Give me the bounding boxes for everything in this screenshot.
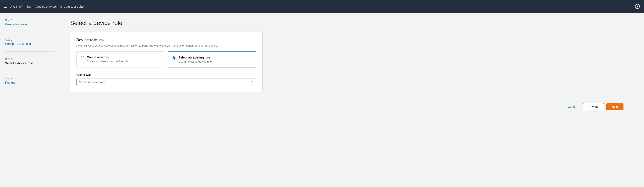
- top-nav: ☰ AWS IoT › Test › Device Advisor › Crea…: [0, 0, 644, 13]
- next-button[interactable]: Next: [606, 103, 624, 110]
- step-2-link[interactable]: Configure test suite: [5, 42, 31, 45]
- device-role-card: Device role Info AWS IoT Core Device Adv…: [70, 32, 262, 92]
- select-existing-role-content: Select an existing role Use an existing …: [178, 56, 212, 63]
- breadcrumb: AWS IoT › Test › Device Advisor › Create…: [10, 5, 84, 8]
- breadcrumb-sep-2: ›: [34, 5, 34, 8]
- select-existing-role-desc: Use an existing device role: [178, 60, 212, 63]
- card-header: Device role Info: [76, 38, 256, 42]
- step-2-item: Step 2 Configure test suite: [5, 38, 54, 45]
- select-existing-role-radio[interactable]: [172, 56, 176, 60]
- step-4-link[interactable]: Review: [5, 81, 15, 84]
- create-new-role-radio[interactable]: [81, 56, 84, 59]
- select-existing-role-card[interactable]: Select an existing role Use an existing …: [168, 51, 256, 67]
- step-1-item: Step 1 Create test suite: [5, 19, 54, 26]
- main-layout: Step 1 Create test suite Step 2 Configur…: [0, 13, 644, 187]
- help-icon[interactable]: ?: [635, 4, 640, 9]
- create-new-role-card[interactable]: Create new role Create and use a new dev…: [76, 51, 164, 67]
- step-1-label: Step 1: [5, 19, 54, 22]
- step-2-label: Step 2: [5, 38, 54, 41]
- create-new-role-content: Create new role Create and use a new dev…: [87, 55, 128, 63]
- breadcrumb-current: Create test suite: [60, 5, 84, 8]
- breadcrumb-test[interactable]: Test: [26, 5, 32, 8]
- step-4-label: Step 4: [5, 77, 54, 80]
- select-role-dropdown[interactable]: Select a device role: [76, 79, 256, 86]
- select-existing-role-title: Select an existing role: [178, 56, 212, 59]
- breadcrumb-device-advisor[interactable]: Device Advisor: [36, 5, 57, 8]
- select-role-section: Select role Select a device role: [76, 73, 256, 86]
- radio-cards-group: Create new role Create and use a new dev…: [76, 51, 256, 67]
- step-1-link[interactable]: Create test suite: [5, 23, 27, 26]
- breadcrumb-sep-3: ›: [58, 5, 59, 8]
- divider-2: [5, 51, 54, 52]
- help-circle-icon: ?: [635, 4, 640, 9]
- divider-1: [5, 32, 54, 32]
- previous-button[interactable]: Previous: [583, 103, 604, 110]
- breadcrumb-sep-1: ›: [24, 5, 25, 8]
- create-new-role-desc: Create and use a new device role: [87, 60, 128, 63]
- sidebar: Step 1 Create test suite Step 2 Configur…: [0, 13, 60, 187]
- cancel-button[interactable]: Cancel: [564, 103, 581, 110]
- card-description: AWS IoT Core Device Advisor requires per…: [76, 44, 256, 47]
- step-3-name: Select a device role: [5, 61, 33, 65]
- footer-actions: Cancel Previous Next: [70, 99, 634, 115]
- step-3-label: Step 3: [5, 58, 54, 61]
- page-title: Select a device role: [70, 20, 634, 26]
- info-link[interactable]: Info: [99, 38, 104, 42]
- hamburger-icon[interactable]: ☰: [4, 4, 7, 9]
- divider-3: [5, 71, 54, 71]
- main-content: Select a device role Device role Info AW…: [60, 13, 644, 187]
- step-4-item: Step 4 Review: [5, 77, 54, 84]
- breadcrumb-aws-iot[interactable]: AWS IoT: [10, 5, 23, 8]
- step-3-item: Step 3 Select a device role: [5, 58, 54, 65]
- select-role-wrapper: Select a device role: [76, 79, 256, 86]
- create-new-role-title: Create new role: [87, 55, 128, 59]
- card-title: Device role: [76, 38, 97, 42]
- select-role-label: Select role: [76, 73, 256, 77]
